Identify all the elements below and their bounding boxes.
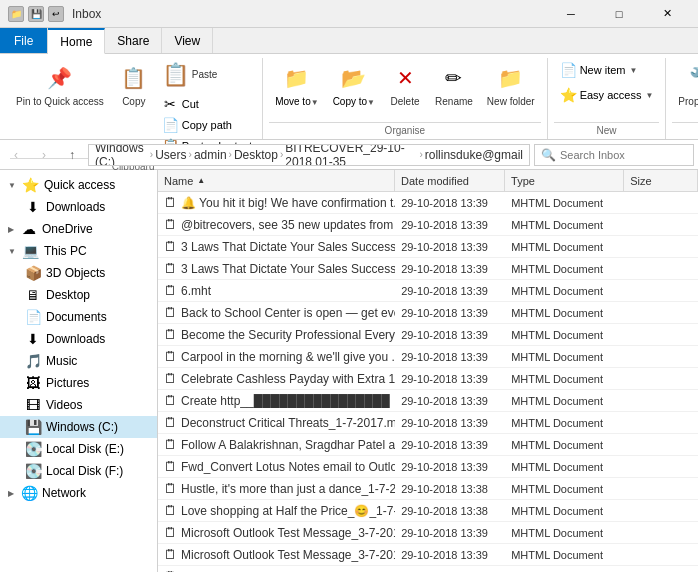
table-row[interactable]: 🗒 Deconstruct Critical Threats_1-7-2017.…: [158, 412, 698, 434]
quick-access-icon: ⭐: [22, 177, 40, 193]
nav-item-documents[interactable]: 📄 Documents: [0, 306, 157, 328]
table-row[interactable]: 🗒 Fwd_Convert Lotus Notes email to Outlo…: [158, 456, 698, 478]
minimize-button[interactable]: ─: [548, 0, 594, 28]
table-row[interactable]: 🗒 Create http__████████████████ 29-10-20…: [158, 390, 698, 412]
col-header-size[interactable]: Size: [624, 170, 698, 191]
col-size-label: Size: [630, 175, 651, 187]
file-name: Become the Security Professional Every C…: [181, 328, 395, 342]
table-row[interactable]: 🗒 Re_ DRB [20-06-17]_ 1-7-2017.mht 29-10…: [158, 566, 698, 572]
nav-item-3d-objects[interactable]: 📦 3D Objects: [0, 262, 157, 284]
table-row[interactable]: 🗒 3 Laws That Dictate Your Sales Success…: [158, 258, 698, 280]
table-row[interactable]: 🗒 Become the Security Professional Every…: [158, 324, 698, 346]
table-row[interactable]: 🗒 Back to School Center is open — get ev…: [158, 302, 698, 324]
copy-path-button[interactable]: 📄 Copy path: [158, 115, 256, 135]
col-header-type[interactable]: Type: [505, 170, 624, 191]
maximize-button[interactable]: □: [596, 0, 642, 28]
table-row[interactable]: 🗒 Love shopping at Half the Price_😊_1-7-…: [158, 500, 698, 522]
file-name: 3 Laws That Dictate Your Sales Success_2…: [181, 262, 395, 276]
table-row[interactable]: 🗒 🔔 You hit it big! We have confirmation…: [158, 192, 698, 214]
move-arrow: ▼: [311, 98, 319, 107]
table-row[interactable]: 🗒 Microsoft Outlook Test Message_3-7-201…: [158, 544, 698, 566]
table-row[interactable]: 🗒 3 Laws That Dictate Your Sales Success…: [158, 236, 698, 258]
nav-item-local-disk-f[interactable]: 💽 Local Disk (F:): [0, 460, 157, 482]
properties-button[interactable]: 🔧 Properties: [672, 58, 698, 112]
main-area: ▼ ⭐ Quick access ⬇ Downloads ▶ ☁ OneDriv…: [0, 170, 698, 572]
nav-item-pictures[interactable]: 🖼 Pictures: [0, 372, 157, 394]
table-row[interactable]: 🗒 6.mht 29-10-2018 13:39 MHTML Document: [158, 280, 698, 302]
file-cell-name: 🗒 Fwd_Convert Lotus Notes email to Outlo…: [158, 459, 395, 474]
file-icon: 🗒: [164, 283, 177, 298]
tab-file[interactable]: File: [0, 28, 48, 53]
nav-item-this-pc[interactable]: ▼ 💻 This PC: [0, 240, 157, 262]
new-folder-button[interactable]: 📁 New folder: [481, 58, 541, 112]
file-icon: 🗒: [164, 525, 177, 540]
address-path[interactable]: Windows (C:) › Users › admin › Desktop ›…: [88, 144, 530, 166]
move-to-label: Move to: [275, 96, 311, 107]
table-row[interactable]: 🗒 Hustle, it's more than just a dance_1-…: [158, 478, 698, 500]
close-button[interactable]: ✕: [644, 0, 690, 28]
nav-item-music[interactable]: 🎵 Music: [0, 350, 157, 372]
table-row[interactable]: 🗒 Follow A Balakrishnan, Sragdhar Patel …: [158, 434, 698, 456]
nav-item-local-disk-e[interactable]: 💽 Local Disk (E:): [0, 438, 157, 460]
nav-item-downloads[interactable]: ⬇ Downloads: [0, 328, 157, 350]
forward-button[interactable]: ›: [32, 143, 56, 167]
up-button[interactable]: ↑: [60, 143, 84, 167]
col-name-label: Name: [164, 175, 193, 187]
new-item-button[interactable]: 📄 New item ▼: [554, 58, 660, 82]
nav-item-downloads-quick[interactable]: ⬇ Downloads: [0, 196, 157, 218]
table-row[interactable]: 🗒 Carpool in the morning & we'll give yo…: [158, 346, 698, 368]
nav-item-videos[interactable]: 🎞 Videos: [0, 394, 157, 416]
copy-to-button[interactable]: 📂 Copy to ▼: [327, 58, 381, 111]
file-cell-name: 🗒 3 Laws That Dictate Your Sales Success…: [158, 239, 395, 254]
expand-icon-quick: ▼: [8, 181, 16, 190]
undo-icon: ↩: [48, 6, 64, 22]
new-item-arrow: ▼: [630, 66, 638, 75]
expand-icon-network: ▶: [8, 489, 14, 498]
new-folder-icon: 📁: [495, 62, 527, 94]
nav-label-desktop: Desktop: [46, 288, 90, 302]
easy-access-button[interactable]: ⭐ Easy access ▼: [554, 83, 660, 107]
pin-quick-access-button[interactable]: 📌 Pin to Quick access: [10, 58, 110, 112]
tab-share[interactable]: Share: [105, 28, 162, 53]
file-cell-name: 🗒 Love shopping at Half the Price_😊_1-7-…: [158, 503, 395, 518]
nav-item-network[interactable]: ▶ 🌐 Network: [0, 482, 157, 504]
paste-button[interactable]: 📋 Paste: [158, 58, 256, 92]
col-header-date[interactable]: Date modified: [395, 170, 505, 191]
file-icon: 🗒: [164, 503, 177, 518]
title-bar: 📁 💾 ↩ Inbox ─ □ ✕: [0, 0, 698, 28]
search-box[interactable]: 🔍: [534, 144, 694, 166]
tab-view[interactable]: View: [162, 28, 213, 53]
table-row[interactable]: 🗒 Celebrate Cashless Payday with Extra 1…: [158, 368, 698, 390]
copy-button[interactable]: 📋 Copy: [112, 58, 156, 112]
nav-item-desktop[interactable]: 🖥 Desktop: [0, 284, 157, 306]
file-icon: 🗒: [164, 437, 177, 452]
pictures-icon: 🖼: [24, 375, 42, 391]
file-cell-name: 🗒 3 Laws That Dictate Your Sales Success…: [158, 261, 395, 276]
delete-icon: ✕: [389, 62, 421, 94]
local-disk-f-icon: 💽: [24, 463, 42, 479]
rename-button[interactable]: ✏ Rename: [429, 58, 479, 112]
cut-button[interactable]: ✂ Cut: [158, 94, 256, 114]
file-cell-type: MHTML Document: [505, 461, 624, 473]
search-input[interactable]: [560, 149, 687, 161]
tab-home[interactable]: Home: [48, 28, 105, 54]
file-cell-name: 🗒 @bitrecovers, see 35 new updates from …: [158, 217, 395, 232]
file-name: Follow A Balakrishnan, Sragdhar Patel an…: [181, 438, 395, 452]
file-cell-date: 29-10-2018 13:39: [395, 263, 505, 275]
delete-label: Delete: [391, 96, 420, 108]
table-row[interactable]: 🗒 @bitrecovers, see 35 new updates from …: [158, 214, 698, 236]
delete-button[interactable]: ✕ Delete: [383, 58, 427, 112]
nav-label-local-disk-e: Local Disk (E:): [46, 442, 124, 456]
pin-quick-access-label: Pin to Quick access: [16, 96, 104, 108]
nav-item-onedrive[interactable]: ▶ ☁ OneDrive: [0, 218, 157, 240]
table-row[interactable]: 🗒 Microsoft Outlook Test Message_3-7-201…: [158, 522, 698, 544]
move-to-button[interactable]: 📁 Move to ▼: [269, 58, 325, 111]
back-button[interactable]: ‹: [4, 143, 28, 167]
nav-item-windows-c[interactable]: 💾 Windows (C:): [0, 416, 157, 438]
onedrive-icon: ☁: [20, 221, 38, 237]
clipboard-content: 📌 Pin to Quick access 📋 Copy 📋 Paste ✂ C…: [10, 58, 256, 156]
col-header-name[interactable]: Name ▲: [158, 170, 395, 191]
nav-item-quick-access[interactable]: ▼ ⭐ Quick access: [0, 174, 157, 196]
file-cell-name: 🗒 Create http__████████████████: [158, 393, 395, 408]
expand-icon-onedrive: ▶: [8, 225, 14, 234]
